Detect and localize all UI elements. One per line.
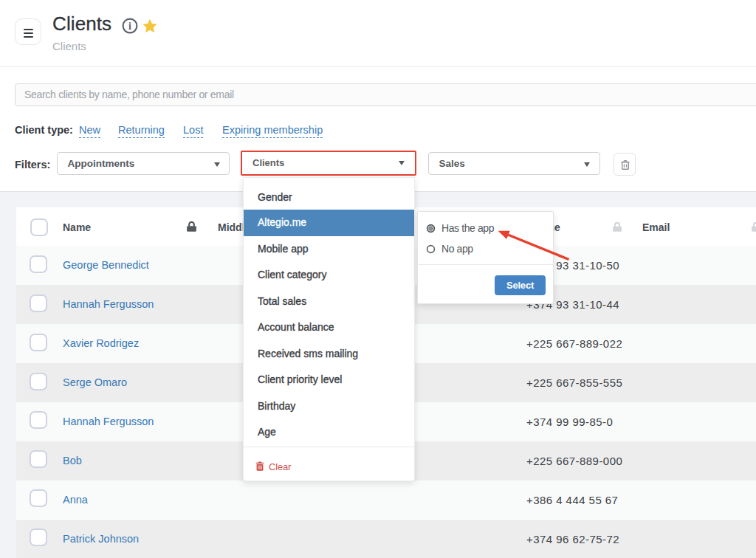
svg-text:i: i bbox=[128, 21, 131, 32]
